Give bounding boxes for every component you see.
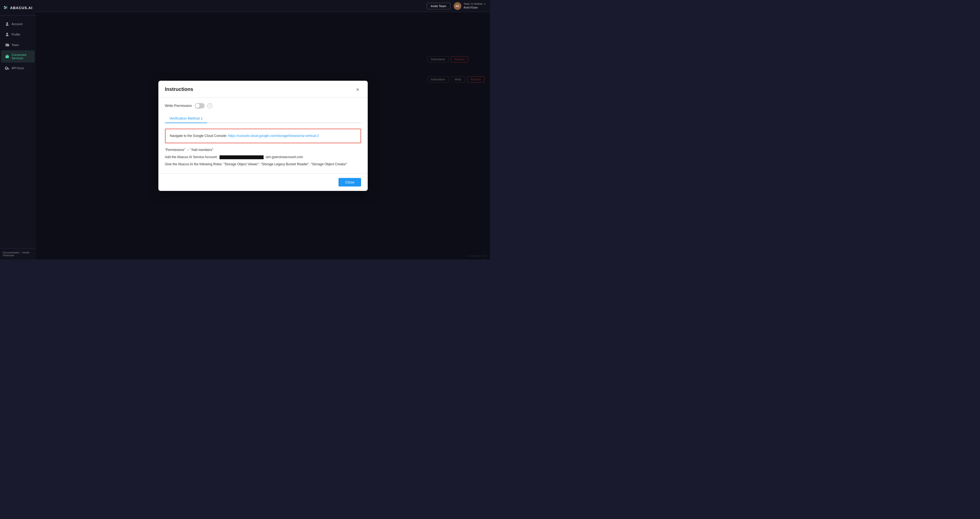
modal-body: Write Permission ? Verification Method 1… bbox=[158, 97, 368, 173]
abacus-logo-icon bbox=[3, 4, 8, 11]
svg-point-4 bbox=[5, 7, 6, 8]
tab-verification-method-1[interactable]: Verification Method 1 bbox=[165, 114, 207, 123]
permissions-instruction: "Permissions" → "Add members" bbox=[165, 146, 361, 154]
add-account-instruction: Add the Abacus.AI Service Account: iam.g… bbox=[165, 154, 361, 161]
add-account-text: Add the Abacus.AI Service Account: bbox=[165, 155, 218, 159]
sidebar: ABACUS.AI Account Profile Team Connected… bbox=[0, 0, 36, 260]
sidebar-logo: ABACUS.AI bbox=[0, 0, 36, 16]
svg-point-5 bbox=[5, 8, 5, 9]
modal-title: Instructions bbox=[165, 86, 193, 92]
user-icon bbox=[5, 22, 10, 26]
instructions-modal: Instructions × Write Permission ? Verifi… bbox=[158, 81, 368, 191]
close-modal-button[interactable]: Close bbox=[339, 178, 361, 186]
sidebar-team-label: Team bbox=[11, 43, 19, 46]
toggle-knob bbox=[195, 103, 200, 108]
invite-team-button[interactable]: Invite Team bbox=[426, 3, 450, 10]
instruction-highlighted-box: Navigate to the Google Cloud Console: ht… bbox=[165, 129, 361, 143]
redacted-account bbox=[220, 155, 264, 159]
sidebar-account-label: Account bbox=[11, 22, 22, 25]
user-info: Team: AI Vertical - 1 Ankit Khare bbox=[463, 3, 485, 10]
user-badge[interactable]: AK Team: AI Vertical - 1 Ankit Khare bbox=[453, 2, 485, 10]
app-name: ABACUS.AI bbox=[10, 6, 32, 10]
services-icon bbox=[5, 54, 10, 59]
sidebar-item-profile[interactable]: Profile bbox=[1, 29, 35, 40]
sidebar-navigation: Account Profile Team Connected Services … bbox=[0, 16, 36, 248]
team-name: Team: AI Vertical - 1 bbox=[463, 3, 485, 6]
modal-close-button[interactable]: × bbox=[355, 86, 361, 93]
navigate-instruction: Navigate to the Google Cloud Console: ht… bbox=[170, 133, 356, 139]
key-icon bbox=[5, 66, 10, 70]
verification-tabs: Verification Method 1 bbox=[165, 114, 361, 123]
write-permission-label: Write Permission bbox=[165, 103, 192, 108]
sidebar-profile-label: Profile bbox=[11, 33, 20, 36]
account-suffix: iam.gserviceaccount.com bbox=[266, 155, 303, 159]
user-name: Ankit Khare bbox=[463, 6, 485, 10]
help-icon[interactable]: ? bbox=[207, 103, 212, 108]
modal-footer: Close bbox=[158, 173, 368, 191]
modal-overlay: Instructions × Write Permission ? Verifi… bbox=[36, 12, 490, 260]
navigate-text: Navigate to the Google Cloud Console: bbox=[170, 134, 227, 138]
sidebar-item-connected-services[interactable]: Connected Services bbox=[1, 50, 35, 62]
main-content: Instructions Remove Instructions Verify … bbox=[36, 12, 490, 260]
console-url-link[interactable]: https://console.cloud.google.com/storage… bbox=[228, 134, 319, 138]
avatar: AK bbox=[453, 2, 461, 10]
team-icon bbox=[5, 43, 10, 47]
sidebar-api-keys-label: API Keys bbox=[11, 66, 24, 70]
roles-instruction: Give the Abacus.AI the following Roles: … bbox=[165, 161, 361, 168]
write-permission-toggle[interactable] bbox=[195, 103, 205, 108]
documentation-link[interactable]: Documentation bbox=[3, 251, 19, 254]
svg-point-3 bbox=[4, 6, 5, 7]
sidebar-item-team[interactable]: Team bbox=[1, 40, 35, 50]
topbar: Invite Team AK Team: AI Vertical - 1 Ank… bbox=[36, 0, 490, 12]
profile-icon bbox=[5, 32, 10, 37]
write-permission-row: Write Permission ? bbox=[165, 103, 361, 108]
modal-header: Instructions × bbox=[158, 81, 368, 97]
sidebar-connected-services-label: Connected Services bbox=[11, 53, 31, 60]
sidebar-footer: Documentation | Model Showcase bbox=[0, 248, 36, 260]
sidebar-item-account[interactable]: Account bbox=[1, 19, 35, 29]
sidebar-item-api-keys[interactable]: API Keys bbox=[1, 63, 35, 73]
